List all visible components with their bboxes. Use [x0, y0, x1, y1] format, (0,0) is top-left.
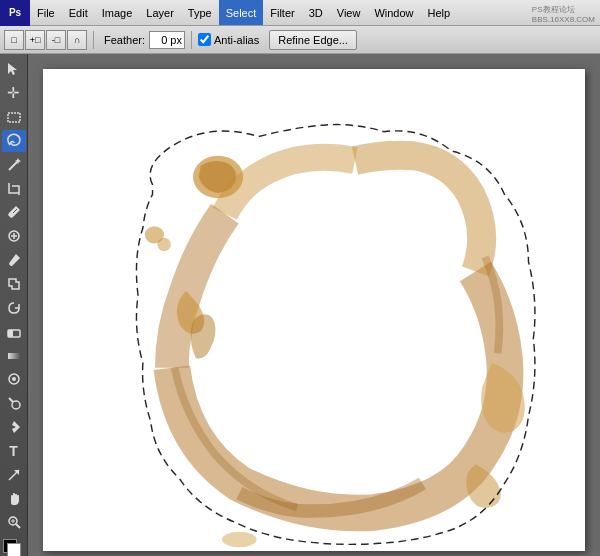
menu-help[interactable]: Help [421, 0, 458, 25]
menu-window[interactable]: Window [367, 0, 420, 25]
svg-point-19 [225, 233, 447, 455]
tool-hand[interactable] [2, 487, 26, 510]
menu-bar: Ps File Edit Image Layer Type Select Fil… [0, 0, 600, 26]
ps-logo: Ps [0, 0, 30, 26]
menu-type[interactable]: Type [181, 0, 219, 25]
new-selection-icon[interactable]: □ [4, 30, 24, 50]
antialias-checkbox[interactable] [198, 33, 211, 46]
menu-file[interactable]: File [30, 0, 62, 25]
svg-point-8 [12, 377, 16, 381]
svg-rect-6 [8, 353, 20, 359]
tool-selection-arrow[interactable] [2, 58, 26, 81]
intersect-selection-icon[interactable]: ∩ [67, 30, 87, 50]
tool-history-brush[interactable] [2, 296, 26, 319]
canvas-area [28, 54, 600, 556]
tool-brush[interactable] [2, 249, 26, 272]
tool-eraser[interactable] [2, 320, 26, 343]
svg-line-1 [9, 162, 17, 170]
menu-filter[interactable]: Filter [263, 0, 301, 25]
options-bar: □ +□ -□ ∩ Feather: Anti-alias Refine Edg… [0, 26, 600, 54]
options-sep-2 [191, 31, 192, 49]
coffee-stain-image [43, 69, 585, 551]
menu-view[interactable]: View [330, 0, 368, 25]
canvas[interactable] [43, 69, 585, 551]
tool-clone-stamp[interactable] [2, 273, 26, 296]
tool-move[interactable]: ✛ [2, 82, 26, 105]
svg-line-12 [16, 524, 20, 528]
menu-image[interactable]: Image [95, 0, 140, 25]
feather-label: Feather: [104, 34, 145, 46]
tool-type[interactable]: T [2, 440, 26, 463]
tool-marquee[interactable] [2, 106, 26, 129]
menu-layer[interactable]: Layer [139, 0, 181, 25]
watermark: PS教程论坛BBS.16XX8.COM [532, 5, 595, 24]
antialias-label: Anti-alias [214, 34, 259, 46]
main-area: ✛ [0, 54, 600, 556]
svg-rect-0 [8, 113, 20, 122]
tool-mode-icons: □ +□ -□ ∩ [4, 30, 87, 50]
background-color[interactable] [7, 543, 21, 556]
tool-lasso[interactable] [2, 130, 26, 153]
tool-magic-wand[interactable] [2, 153, 26, 176]
color-swatches[interactable] [3, 539, 25, 556]
toolbar: ✛ [0, 54, 28, 556]
tool-gradient[interactable] [2, 344, 26, 367]
options-sep-1 [93, 31, 94, 49]
svg-point-20 [222, 532, 257, 547]
tool-dodge[interactable] [2, 392, 26, 415]
antialias-checkbox-container[interactable]: Anti-alias [198, 33, 259, 46]
tool-path-selection[interactable] [2, 463, 26, 486]
feather-input[interactable] [149, 31, 185, 49]
tool-crop[interactable] [2, 177, 26, 200]
svg-line-10 [9, 398, 13, 402]
subtract-selection-icon[interactable]: -□ [46, 30, 66, 50]
tool-pen[interactable] [2, 416, 26, 439]
menu-edit[interactable]: Edit [62, 0, 95, 25]
svg-point-18 [157, 238, 170, 251]
svg-rect-5 [8, 330, 13, 337]
tool-blur[interactable] [2, 368, 26, 391]
menu-items: File Edit Image Layer Type Select Filter… [30, 0, 600, 25]
menu-select[interactable]: Select [219, 0, 264, 25]
svg-point-9 [12, 401, 20, 409]
tool-eyedropper[interactable] [2, 201, 26, 224]
tool-zoom[interactable] [2, 511, 26, 534]
add-selection-icon[interactable]: +□ [25, 30, 45, 50]
menu-3d[interactable]: 3D [302, 0, 330, 25]
tool-healing-brush[interactable] [2, 225, 26, 248]
refine-edge-button[interactable]: Refine Edge... [269, 30, 357, 50]
